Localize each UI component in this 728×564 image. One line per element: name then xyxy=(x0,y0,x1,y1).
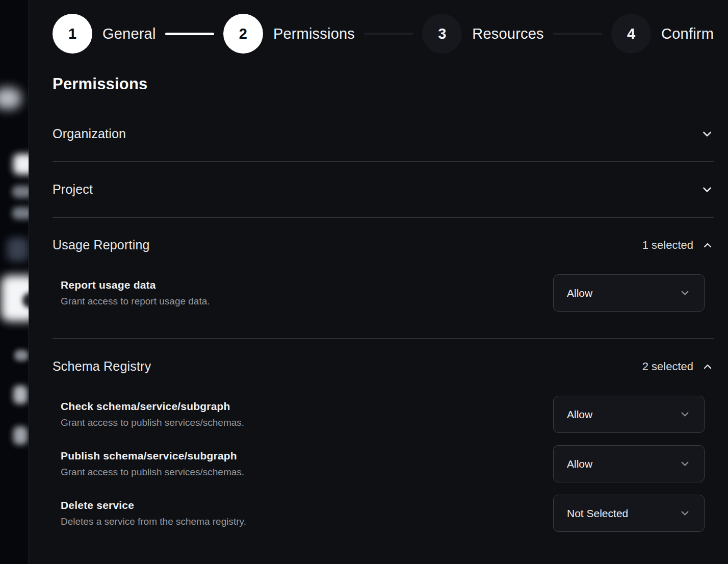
chevron-down-icon xyxy=(679,408,691,420)
permission-title: Check schema/service/subgraph xyxy=(61,400,244,413)
chevron-down-icon xyxy=(700,183,714,196)
step-label: Permissions xyxy=(273,25,355,42)
permission-description: Grant access to publish services/schemas… xyxy=(61,417,244,428)
select-value: Allow xyxy=(567,287,592,299)
section-title: Organization xyxy=(53,126,126,141)
step-label: Resources xyxy=(472,25,543,42)
blurred-background-sidebar xyxy=(0,0,29,564)
section-header-usage-reporting[interactable]: Usage Reporting 1 selected xyxy=(53,218,714,272)
blurred-backdrop-item xyxy=(13,426,28,445)
select-value: Allow xyxy=(567,458,592,470)
section-body: Report usage data Grant access to report… xyxy=(53,272,714,338)
step-resources[interactable]: 3 Resources xyxy=(422,14,543,54)
step-number-badge: 1 xyxy=(53,14,92,54)
permission-select[interactable]: Allow xyxy=(553,445,705,482)
blurred-backdrop-item xyxy=(13,154,29,174)
step-label: Confirm xyxy=(661,25,714,42)
section-organization: Organization xyxy=(53,107,714,162)
blurred-backdrop-item xyxy=(12,207,29,219)
chevron-up-icon xyxy=(701,239,714,251)
chevron-up-icon xyxy=(701,361,714,373)
section-title: Usage Reporting xyxy=(53,238,150,252)
section-usage-reporting: Usage Reporting 1 selected Report usage … xyxy=(53,218,714,339)
permission-row: Report usage data Grant access to report… xyxy=(61,274,714,312)
permission-row: Publish schema/service/subgraph Grant ac… xyxy=(61,445,714,482)
permission-title: Publish schema/service/subgraph xyxy=(61,450,244,462)
section-header-project[interactable]: Project xyxy=(53,162,714,217)
blurred-backdrop-item xyxy=(13,386,28,404)
permission-row: Delete service Deletes a service from th… xyxy=(61,495,714,532)
permission-description: Grant access to report usage data. xyxy=(61,296,210,307)
permission-title: Delete service xyxy=(61,499,246,511)
step-number-badge: 4 xyxy=(611,14,651,54)
chevron-down-icon xyxy=(679,458,691,470)
stepper-connector xyxy=(364,33,413,35)
section-body: Check schema/service/subgraph Grant acce… xyxy=(53,394,714,558)
blurred-backdrop-item xyxy=(12,186,29,198)
stepper-connector xyxy=(553,33,602,35)
step-confirm[interactable]: 4 Confirm xyxy=(611,14,714,54)
step-number-badge: 3 xyxy=(422,14,462,54)
chevron-down-icon xyxy=(700,127,714,141)
selected-count-badge: 2 selected xyxy=(642,360,693,373)
permission-description: Grant access to publish services/schemas… xyxy=(61,467,244,478)
blurred-backdrop-item xyxy=(7,238,29,261)
blurred-backdrop-item xyxy=(14,350,29,361)
permission-select[interactable]: Not Selected xyxy=(553,495,705,532)
selected-count-badge: 1 selected xyxy=(642,239,693,252)
chevron-down-icon xyxy=(679,507,691,519)
permission-select[interactable]: Allow xyxy=(553,396,705,433)
permission-title: Report usage data xyxy=(61,279,210,291)
permission-row: Check schema/service/subgraph Grant acce… xyxy=(61,396,714,433)
select-value: Allow xyxy=(567,408,592,421)
section-header-organization[interactable]: Organization xyxy=(53,107,714,161)
section-title: Schema Registry xyxy=(53,359,151,374)
section-project: Project xyxy=(53,162,714,218)
stepper-connector xyxy=(165,33,214,35)
permission-description: Deletes a service from the schema regist… xyxy=(61,516,246,527)
section-header-schema-registry[interactable]: Schema Registry 2 selected xyxy=(53,339,714,394)
select-value: Not Selected xyxy=(567,507,628,520)
section-title: Project xyxy=(53,182,93,197)
access-token-wizard-modal: 1 General 2 Permissions 3 Resources 4 Co… xyxy=(29,0,728,564)
step-permissions[interactable]: 2 Permissions xyxy=(223,14,355,54)
step-general[interactable]: 1 General xyxy=(53,14,156,54)
page-title: Permissions xyxy=(53,75,714,93)
permission-sections: Organization Project Usage Reporting 1 s… xyxy=(53,107,714,558)
wizard-stepper: 1 General 2 Permissions 3 Resources 4 Co… xyxy=(53,14,714,54)
chevron-down-icon xyxy=(679,287,691,299)
blurred-backdrop-item xyxy=(0,88,21,109)
step-number-badge: 2 xyxy=(223,14,263,54)
section-schema-registry: Schema Registry 2 selected Check schema/… xyxy=(53,339,714,558)
step-label: General xyxy=(102,25,156,42)
permission-select[interactable]: Allow xyxy=(553,274,705,312)
